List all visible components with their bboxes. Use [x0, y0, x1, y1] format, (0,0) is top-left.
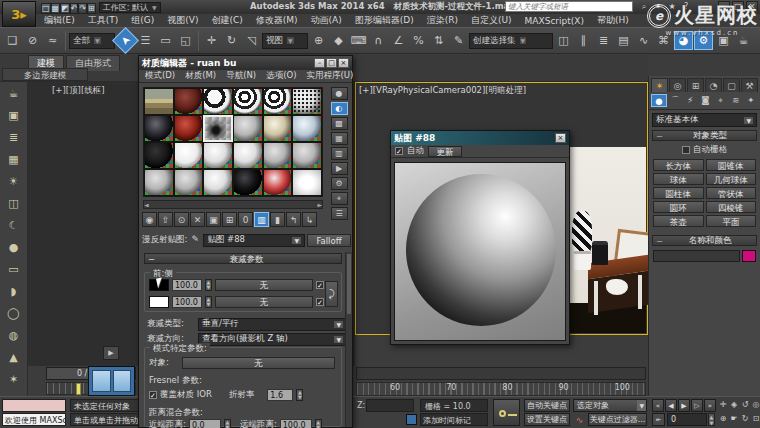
ior-field[interactable]: 1.6	[267, 389, 293, 401]
map-type-button[interactable]: Falloff	[307, 234, 351, 247]
material-sample-slot[interactable]	[292, 142, 322, 169]
ribbon-rail-icon[interactable]: ◫	[5, 196, 23, 211]
ribbon-rail-icon[interactable]: ≣	[5, 130, 23, 145]
ribbon-rail-icon[interactable]: ▦	[5, 152, 23, 167]
object-type-button[interactable]: 球体	[653, 173, 704, 185]
far-distance-field[interactable]: 100.0	[280, 419, 312, 428]
maxscript-mini-listener[interactable]: 欢迎使用 MAXScript	[2, 413, 66, 426]
search-binoculars-icon[interactable]: ⌕	[638, 2, 650, 12]
background-checker-icon[interactable]: ▩	[331, 117, 348, 130]
spinner-arrows[interactable]: ▲▼	[224, 419, 231, 428]
spinner-arrows[interactable]: ▲▼	[205, 279, 212, 291]
curve-editor-icon[interactable]: ∿	[634, 31, 653, 50]
object-color-swatch[interactable]	[742, 250, 756, 262]
menu-item[interactable]: 帮助(H)	[591, 14, 635, 27]
select-object-icon[interactable]: ➤	[112, 27, 139, 54]
time-slider-track[interactable]	[356, 367, 646, 380]
material-sample-slot[interactable]	[144, 169, 174, 196]
close-icon[interactable]: ×	[338, 58, 349, 68]
minimize-icon[interactable]: –	[314, 58, 325, 68]
assign-material-to-selection-icon[interactable]: ⊙	[174, 212, 189, 227]
material-sample-slot[interactable]	[144, 115, 174, 142]
use-pivot-point-center-icon[interactable]: ⊕	[309, 31, 328, 50]
zoom-icon[interactable]: ⊕	[718, 413, 728, 426]
select-by-material-icon[interactable]: ⌖	[331, 192, 348, 205]
get-material-icon[interactable]: ◉	[142, 212, 157, 227]
spinner-arrows[interactable]: ▲▼	[205, 296, 212, 308]
play-animation-icon[interactable]: ▶	[678, 399, 690, 412]
go-to-parent-icon[interactable]: ↰	[286, 212, 301, 227]
menu-item[interactable]: MAXScript(X)	[519, 16, 590, 26]
space-warps-icon[interactable]: ≋	[729, 94, 743, 107]
ribbon-rail-icon[interactable]: ☕	[5, 86, 23, 101]
help-icon[interactable]: ?	[680, 2, 692, 12]
angle-snap-toggle-icon[interactable]: ∠	[389, 31, 408, 50]
side-amount-field[interactable]: 100.0	[172, 296, 202, 308]
menu-item[interactable]: 创建(C)	[205, 14, 248, 27]
material-sample-slot[interactable]	[203, 115, 233, 142]
side-map-button[interactable]: 无	[215, 296, 313, 308]
reference-coordinate-dropdown[interactable]: 视图▼	[262, 33, 308, 49]
shapes-icon[interactable]: ⌒	[668, 94, 682, 107]
project-folder-icon[interactable]: ⊞	[87, 3, 96, 14]
rectangular-selection-region-icon[interactable]: ▭	[156, 31, 175, 50]
reset-map-icon[interactable]: ✕	[190, 212, 205, 227]
object-type-button[interactable]: 圆环	[653, 201, 704, 213]
window-crossing-icon[interactable]: ◱	[176, 31, 195, 50]
workspace-dropdown[interactable]: 工作区: 默认 ▼	[99, 2, 161, 13]
sample-uv-tiling-icon[interactable]: ▦	[331, 132, 348, 145]
spinner-arrows[interactable]: ▲▼	[315, 419, 322, 428]
maximize-icon[interactable]: □	[732, 1, 744, 11]
ribbon-rail-icon[interactable]: ◯	[5, 306, 23, 321]
orbit-viewport-icon[interactable]: ↻	[740, 413, 750, 426]
search-input[interactable]	[505, 1, 633, 12]
menu-item[interactable]: 工具(T)	[82, 14, 125, 27]
material-sample-slot[interactable]	[233, 115, 263, 142]
geometry-icon[interactable]: ●	[651, 94, 667, 107]
material-editor-titlebar[interactable]: 材质编辑器 - ruan bu –□×	[139, 56, 352, 70]
material-sample-slot[interactable]	[174, 169, 204, 196]
menu-item[interactable]: 导航(N)	[222, 70, 260, 82]
material-sample-slot[interactable]	[233, 142, 263, 169]
communication-center-icon[interactable]: ✦	[652, 2, 664, 12]
close-icon[interactable]: ×	[555, 133, 566, 143]
scroll-right-arrow[interactable]: ►	[317, 201, 322, 208]
maximize-viewport-toggle-icon[interactable]: ⊡	[751, 413, 760, 426]
object-type-rollout[interactable]: −对象类型	[652, 130, 757, 141]
spinner-arrows[interactable]: ▲▼	[296, 389, 303, 401]
ribbon-rail-icon[interactable]: ▣	[5, 108, 23, 123]
show-end-result-icon[interactable]: ▮	[270, 212, 285, 227]
selection-filter-dropdown[interactable]: 全部▼	[69, 33, 115, 49]
options-icon[interactable]: ⚙	[331, 177, 348, 190]
go-to-end-icon[interactable]: »	[704, 399, 716, 412]
name-color-rollout[interactable]: −名称和颜色	[652, 235, 757, 246]
render-production-icon[interactable]: ☕	[734, 31, 753, 50]
material-sample-slot[interactable]	[292, 169, 322, 196]
show-map-in-viewport-icon[interactable]: ▥	[254, 212, 269, 227]
ribbon-rail-icon[interactable]: ●	[5, 240, 23, 255]
object-type-button[interactable]: 长方体	[653, 159, 704, 171]
update-button[interactable]: 更新	[428, 146, 462, 157]
slot-scrollbar-horizontal[interactable]: ◄ ►	[143, 200, 323, 209]
ribbon-rail-icon[interactable]: ▭	[5, 262, 23, 277]
material-sample-slot[interactable]	[203, 88, 233, 115]
next-frame-icon[interactable]: ▷	[691, 399, 703, 412]
add-time-tag[interactable]: 添加时间标记	[420, 413, 488, 426]
material-sample-slot[interactable]	[144, 142, 174, 169]
select-and-link-icon[interactable]: ❑	[3, 31, 22, 50]
auto-key-button[interactable]: 自动关键点	[524, 399, 570, 412]
menu-item[interactable]: 修改器(M)	[250, 14, 304, 27]
restore-icon[interactable]: □	[326, 58, 337, 68]
scroll-left-arrow[interactable]: ◄	[144, 201, 149, 208]
map-window-titlebar[interactable]: 贴图 #88 ×	[391, 131, 569, 145]
maxscript-listener-macro[interactable]	[2, 399, 66, 412]
menu-item[interactable]: 模式(D)	[141, 70, 179, 82]
menu-item[interactable]: 视图(V)	[161, 14, 204, 27]
pan-hand-icon[interactable]: ☛	[729, 413, 739, 426]
falloff-direction-dropdown[interactable]: 查看方向(摄影机 Z 轴)▼	[198, 333, 347, 346]
layer-manager-icon[interactable]: ≣	[594, 31, 613, 50]
material-sample-slot[interactable]	[203, 169, 233, 196]
ribbon-rail-icon[interactable]: ☀	[5, 174, 23, 189]
render-setup-icon[interactable]: ⚙	[694, 31, 713, 50]
ribbon-toggle-icon[interactable]: ▤	[614, 31, 633, 50]
